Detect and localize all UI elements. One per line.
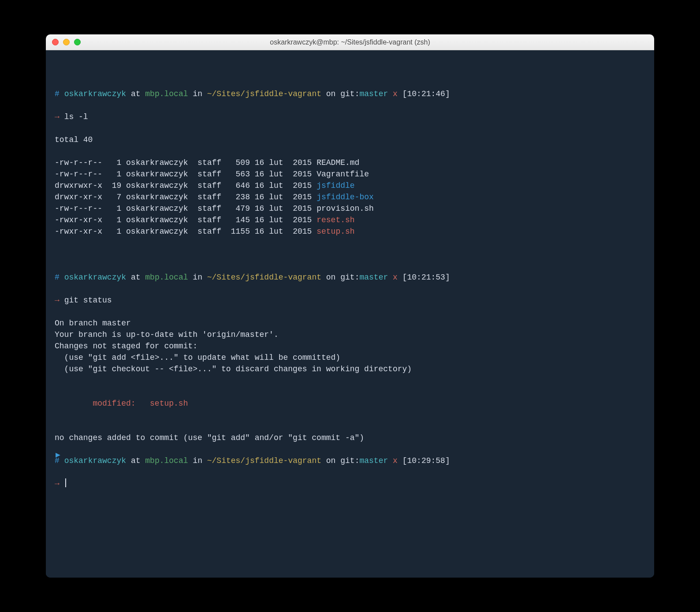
- prompt-time: [10:29:58]: [402, 456, 450, 465]
- ls-links: 1: [107, 170, 121, 179]
- prompt-time: [10:21:46]: [402, 90, 450, 98]
- prompt-at: at: [131, 273, 141, 282]
- ls-name: Vagrantfile: [316, 170, 369, 179]
- ls-owner: oskarkrawczyk: [126, 193, 188, 202]
- ls-links: 19: [107, 181, 121, 190]
- git-output-line: Your branch is up-to-date with 'origin/m…: [55, 329, 645, 340]
- prompt-path: ~/Sites/jsfiddle-vagrant: [207, 456, 321, 465]
- git-status-output: no changes added to commit (use "git add…: [55, 421, 645, 444]
- ls-date: 16 lut 2015: [255, 227, 312, 236]
- ls-size: 238: [226, 193, 250, 202]
- prompt-dirty: x: [393, 273, 398, 282]
- traffic-lights: [52, 39, 81, 45]
- ls-links: 1: [107, 158, 121, 167]
- ls-size: 646: [226, 181, 250, 190]
- ls-links: 1: [107, 227, 121, 236]
- ls-date: 16 lut 2015: [255, 158, 312, 167]
- ls-group: staff: [197, 204, 221, 213]
- ls-owner: oskarkrawczyk: [126, 216, 188, 224]
- prompt-host: mbp.local: [145, 90, 188, 98]
- ls-name: jsfiddle-box: [316, 193, 374, 202]
- git-modified-file: setup.sh: [150, 399, 188, 408]
- prompt-user: oskarkrawczyk: [64, 273, 126, 282]
- command-text: ls -l: [64, 112, 88, 121]
- ls-row: -rw-r--r-- 1 oskarkrawczyk staff 479 16 …: [55, 203, 645, 214]
- prompt-path: ~/Sites/jsfiddle-vagrant: [207, 90, 321, 98]
- prompt-arrow-icon: →: [55, 479, 60, 488]
- prompt-user: oskarkrawczyk: [64, 456, 126, 465]
- ls-listing: -rw-r--r-- 1 oskarkrawczyk staff 509 16 …: [55, 157, 645, 237]
- prompt-line: ▶# oskarkrawczyk at mbp.local in ~/Sites…: [55, 455, 645, 466]
- ls-perm: -rwxr-xr-x: [55, 216, 102, 224]
- ls-group: staff: [197, 227, 221, 236]
- ls-group: staff: [197, 216, 221, 224]
- ls-row: -rwxr-xr-x 1 oskarkrawczyk staff 1155 16…: [55, 226, 645, 237]
- ls-row: -rwxr-xr-x 1 oskarkrawczyk staff 145 16 …: [55, 214, 645, 226]
- prompt-host: mbp.local: [145, 456, 188, 465]
- close-button[interactable]: [52, 39, 59, 45]
- ls-date: 16 lut 2015: [255, 170, 312, 179]
- ls-links: 7: [107, 193, 121, 202]
- ls-owner: oskarkrawczyk: [126, 170, 188, 179]
- prompt-arrow-icon: →: [55, 112, 60, 121]
- ls-size: 563: [226, 170, 250, 179]
- ls-perm: -rw-r--r--: [55, 170, 102, 179]
- git-output-line: (use "git checkout -- <file>..." to disc…: [55, 363, 645, 375]
- prompt-branch: master: [359, 90, 388, 98]
- ls-group: staff: [197, 181, 221, 190]
- ls-perm: drwxrwxr-x: [55, 181, 102, 190]
- ls-name: jsfiddle: [316, 181, 354, 190]
- ls-row: drwxrwxr-x 19 oskarkrawczyk staff 646 16…: [55, 180, 645, 191]
- prompt-branch: master: [359, 456, 388, 465]
- git-output-line: no changes added to commit (use "git add…: [55, 432, 645, 444]
- prompt-git-label: git:: [340, 90, 359, 98]
- ls-perm: -rw-r--r--: [55, 204, 102, 213]
- titlebar[interactable]: oskarkrawczyk@mbp: ~/Sites/jsfiddle-vagr…: [46, 34, 654, 50]
- prompt-hash: #: [55, 273, 60, 282]
- minimize-button[interactable]: [63, 39, 70, 45]
- terminal-body[interactable]: # oskarkrawczyk at mbp.local in ~/Sites/…: [46, 50, 654, 578]
- ls-size: 1155: [226, 227, 250, 236]
- git-status-output: On branch masterYour branch is up-to-dat…: [55, 317, 645, 386]
- prompt-line: # oskarkrawczyk at mbp.local in ~/Sites/…: [55, 272, 645, 283]
- prompt-on: on: [326, 90, 336, 98]
- zoom-button[interactable]: [74, 39, 81, 45]
- ls-perm: -rwxr-xr-x: [55, 227, 102, 236]
- cursor-icon: [65, 478, 66, 487]
- prompt-user: oskarkrawczyk: [64, 90, 126, 98]
- ls-owner: oskarkrawczyk: [126, 181, 188, 190]
- command-line: → ls -l: [55, 111, 645, 123]
- ls-date: 16 lut 2015: [255, 216, 312, 224]
- prompt-in: in: [193, 456, 202, 465]
- ls-name: README.md: [316, 158, 359, 167]
- ls-row: -rw-r--r-- 1 oskarkrawczyk staff 509 16 …: [55, 157, 645, 168]
- ls-group: staff: [197, 158, 221, 167]
- prompt-git-label: git:: [340, 456, 359, 465]
- ls-size: 145: [226, 216, 250, 224]
- prompt-on: on: [326, 273, 336, 282]
- ls-row: -rw-r--r-- 1 oskarkrawczyk staff 563 16 …: [55, 168, 645, 180]
- ls-links: 1: [107, 204, 121, 213]
- prompt-dirty: x: [393, 90, 398, 98]
- prompt-host: mbp.local: [145, 273, 188, 282]
- prompt-at: at: [131, 456, 141, 465]
- prompt-arrow-icon: →: [55, 296, 60, 305]
- prompt-hash: #: [55, 90, 60, 98]
- prompt-dirty: x: [393, 456, 398, 465]
- git-modified-line: modified: setup.sh: [55, 398, 645, 409]
- git-output-line: [55, 375, 645, 386]
- command-line[interactable]: →: [55, 478, 645, 489]
- ls-owner: oskarkrawczyk: [126, 227, 188, 236]
- git-output-line: On branch master: [55, 317, 645, 329]
- ls-owner: oskarkrawczyk: [126, 204, 188, 213]
- terminal-window: oskarkrawczyk@mbp: ~/Sites/jsfiddle-vagr…: [46, 34, 654, 578]
- prompt-at: at: [131, 90, 141, 98]
- git-output-line: [55, 421, 645, 432]
- blank-line: [55, 249, 645, 260]
- prompt-in: in: [193, 273, 202, 282]
- ls-date: 16 lut 2015: [255, 193, 312, 202]
- git-output-line: (use "git add <file>..." to update what …: [55, 352, 645, 363]
- command-text: git status: [64, 296, 112, 305]
- ls-size: 509: [226, 158, 250, 167]
- ls-name: reset.sh: [316, 216, 354, 224]
